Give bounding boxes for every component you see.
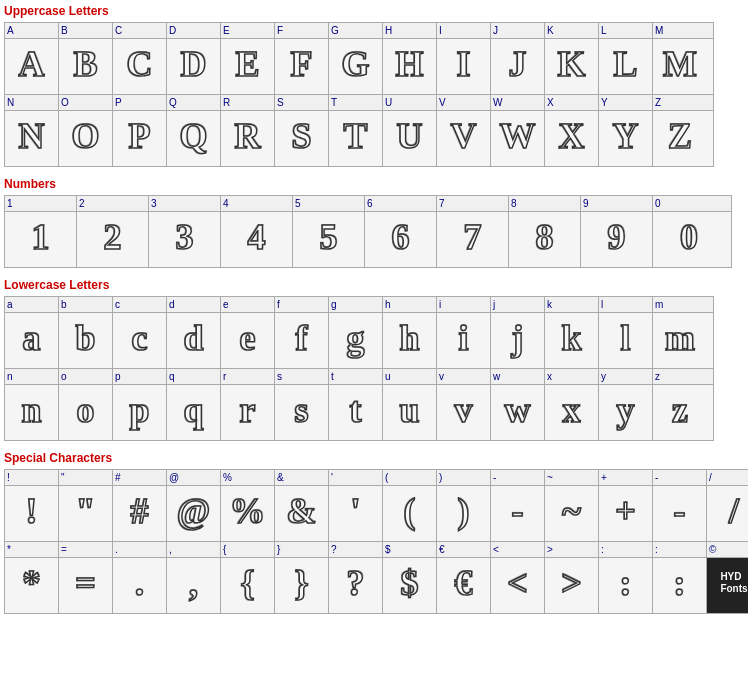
glyph-cell: :	[653, 558, 707, 613]
glyph-cell: '	[329, 486, 383, 541]
char-label: <	[491, 542, 501, 557]
header-cell: t	[329, 369, 383, 384]
char-label: Q	[167, 95, 179, 110]
char-glyph-row: nopqrstuvwxyz	[5, 385, 713, 440]
glyph-display: 6	[365, 212, 436, 262]
glyph-cell: U	[383, 111, 437, 166]
glyph-display: z	[653, 385, 707, 435]
header-cell: ,	[167, 542, 221, 557]
header-cell: :	[653, 542, 707, 557]
char-label: S	[275, 95, 286, 110]
char-label: $	[383, 542, 393, 557]
char-header-row: !"#@%&'()-~+-/	[5, 470, 748, 486]
char-label: 9	[581, 196, 591, 211]
header-cell: 1	[5, 196, 77, 211]
header-cell: Q	[167, 95, 221, 110]
glyph-display: Z	[653, 111, 707, 161]
char-label: +	[599, 470, 609, 485]
glyph-cell: (	[383, 486, 437, 541]
header-cell: L	[599, 23, 653, 38]
app-container: Uppercase LettersABCDEFGHIJKLMABCDEFGHIJ…	[0, 0, 748, 620]
header-cell: O	[59, 95, 113, 110]
char-header-row: NOPQRSTUVWXYZ	[5, 95, 713, 111]
header-cell: -	[491, 470, 545, 485]
glyph-cell: d	[167, 313, 221, 368]
header-cell: 4	[221, 196, 293, 211]
glyph-cell: q	[167, 385, 221, 440]
header-cell: '	[329, 470, 383, 485]
char-header-row: ABCDEFGHIJKLM	[5, 23, 713, 39]
header-cell: l	[599, 297, 653, 312]
glyph-display: :	[653, 558, 706, 608]
header-cell: X	[545, 95, 599, 110]
glyph-cell: t	[329, 385, 383, 440]
char-label: p	[113, 369, 123, 384]
header-cell: G	[329, 23, 383, 38]
header-cell: 6	[365, 196, 437, 211]
glyph-display: c	[113, 313, 166, 363]
glyph-display: *	[5, 558, 58, 608]
glyph-cell: I	[437, 39, 491, 94]
glyph-cell: Z	[653, 111, 707, 166]
char-label: 6	[365, 196, 375, 211]
glyph-cell: "	[59, 486, 113, 541]
header-cell: d	[167, 297, 221, 312]
glyph-display: g	[329, 313, 382, 363]
glyph-cell: x	[545, 385, 599, 440]
char-label: ©	[707, 542, 718, 557]
glyph-cell: :	[599, 558, 653, 613]
glyph-display: v	[437, 385, 490, 435]
char-label: i	[437, 297, 443, 312]
glyph-cell: R	[221, 111, 275, 166]
glyph-cell: %	[221, 486, 275, 541]
char-label: n	[5, 369, 15, 384]
grid-uppercase: ABCDEFGHIJKLMABCDEFGHIJKLMNOPQRSTUVWXYZN…	[4, 22, 714, 167]
glyph-display: -	[653, 486, 706, 536]
glyph-cell: /	[707, 486, 748, 541]
glyph-cell: v	[437, 385, 491, 440]
glyph-cell: 8	[509, 212, 581, 267]
char-label: (	[383, 470, 390, 485]
glyph-cell: ,	[167, 558, 221, 613]
glyph-cell: !	[5, 486, 59, 541]
char-label: J	[491, 23, 500, 38]
glyph-cell: y	[599, 385, 653, 440]
glyph-cell: g	[329, 313, 383, 368]
glyph-display: p	[113, 385, 166, 435]
glyph-cell: F	[275, 39, 329, 94]
glyph-cell: #	[113, 486, 167, 541]
char-glyph-row: abcdefghijklm	[5, 313, 713, 369]
char-label: 5	[293, 196, 303, 211]
char-label: /	[707, 470, 714, 485]
header-cell: k	[545, 297, 599, 312]
header-cell: P	[113, 95, 167, 110]
glyph-display: "	[59, 486, 112, 536]
glyph-display: 4	[221, 212, 292, 262]
section-title-lowercase: Lowercase Letters	[0, 274, 748, 294]
glyph-display: I	[437, 39, 490, 89]
glyph-cell: j	[491, 313, 545, 368]
char-label: H	[383, 23, 394, 38]
char-label: V	[437, 95, 448, 110]
glyph-cell: 5	[293, 212, 365, 267]
glyph-display: !	[5, 486, 58, 536]
glyph-cell: D	[167, 39, 221, 94]
header-cell: F	[275, 23, 329, 38]
glyph-display: '	[329, 486, 382, 536]
glyph-display: X	[545, 111, 598, 161]
glyph-cell: ~	[545, 486, 599, 541]
char-label: U	[383, 95, 394, 110]
glyph-cell: +	[599, 486, 653, 541]
char-label: ~	[545, 470, 555, 485]
char-label: %	[221, 470, 234, 485]
glyph-cell: L	[599, 39, 653, 94]
glyph-display: s	[275, 385, 328, 435]
glyph-cell: Q	[167, 111, 221, 166]
header-cell: ~	[545, 470, 599, 485]
glyph-cell: a	[5, 313, 59, 368]
char-label: O	[59, 95, 71, 110]
header-cell: V	[437, 95, 491, 110]
glyph-display: 2	[77, 212, 148, 262]
glyph-display: G	[329, 39, 382, 89]
glyph-display: H	[383, 39, 436, 89]
